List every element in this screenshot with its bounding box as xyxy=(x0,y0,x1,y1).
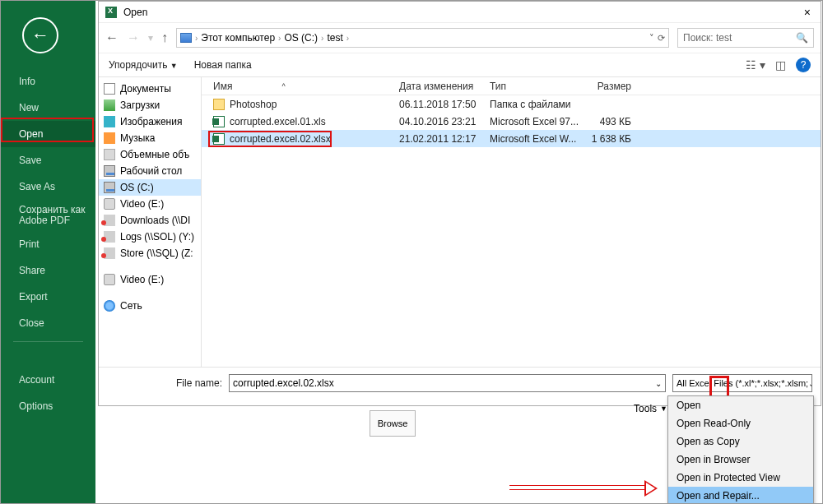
dl-icon xyxy=(104,99,115,111)
file-row[interactable]: corrupted.excel.02.xlsx21.02.2011 12:17M… xyxy=(202,130,821,147)
netdrv-icon xyxy=(104,215,115,226)
img-icon xyxy=(104,116,115,127)
col-name[interactable]: Имя xyxy=(213,81,232,92)
backstage-sidebar: ← InfoNewOpenSaveSave AsСохранить как Ad… xyxy=(1,1,95,504)
file-size: 493 КБ xyxy=(580,116,638,127)
tree-item[interactable]: Документы xyxy=(99,81,201,97)
tree-item[interactable]: Downloads (\\DI xyxy=(99,212,201,229)
open-menu-item[interactable]: Open in Protected View xyxy=(668,469,813,487)
preview-pane-toggle-icon[interactable]: ◫ xyxy=(775,58,786,72)
breadcrumb-segment[interactable]: Этот компьютер xyxy=(201,32,275,44)
tree-item-label: Logs (\\SOL) (Y:) xyxy=(120,231,194,243)
dialog-title: Open xyxy=(123,7,147,18)
breadcrumb-history-dropdown-icon[interactable]: ˅ xyxy=(649,33,654,44)
nav-back-icon[interactable]: ← xyxy=(105,30,119,45)
filename-value: corrupted.excel.02.xlsx xyxy=(233,377,334,389)
file-name: corrupted.excel.02.xlsx xyxy=(230,133,331,145)
refresh-icon[interactable]: ⟳ xyxy=(658,33,665,44)
backstage-item-save[interactable]: Save xyxy=(1,147,95,173)
chevron-right-icon: › xyxy=(346,34,349,43)
col-type[interactable]: Тип xyxy=(490,81,580,92)
open-menu-item[interactable]: Open in Browser xyxy=(668,451,813,469)
back-circle-button[interactable]: ← xyxy=(22,17,58,53)
open-menu-item[interactable]: Open Read-Only xyxy=(668,414,813,432)
file-size: 1 638 КБ xyxy=(580,133,638,145)
folder-tree[interactable]: ДокументыЗагрузкиИзображенияМузыкаОбъемн… xyxy=(99,77,202,367)
drive-icon xyxy=(104,198,115,210)
tree-item[interactable]: Рабочий стол xyxy=(99,163,201,179)
filter-dropdown-icon: ⌄ xyxy=(808,379,812,388)
file-type-filter[interactable]: All Excel Files (*.xl*;*.xlsx;*.xlsm; ⌄ xyxy=(672,374,812,392)
file-list-header[interactable]: Имя^ Дата изменения Тип Размер xyxy=(202,77,821,95)
open-dialog: Open × ← → ▾ ↑ › Этот компьютер › OS (C:… xyxy=(98,1,821,406)
backstage-item-print[interactable]: Print xyxy=(1,231,95,257)
file-date: 21.02.2011 12:17 xyxy=(399,133,490,145)
tree-item[interactable]: Изображения xyxy=(99,113,201,130)
chevron-right-icon: › xyxy=(321,34,323,43)
nav-up-icon[interactable]: ↑ xyxy=(161,30,168,45)
tree-item-label: Video (E:) xyxy=(120,274,164,285)
nav-recent-dropdown-icon[interactable]: ▾ xyxy=(148,32,153,44)
tree-item[interactable]: Сеть xyxy=(99,298,201,314)
backstage-item-save-as[interactable]: Save As xyxy=(1,173,95,200)
excel-app-icon xyxy=(105,7,117,18)
open-menu-item[interactable]: Open xyxy=(668,396,813,414)
file-row[interactable]: corrupted.excel.01.xls04.10.2016 23:21Mi… xyxy=(202,113,821,130)
tree-item[interactable]: Video (E:) xyxy=(99,196,201,212)
organize-dropdown[interactable]: Упорядочить ▼ xyxy=(109,59,178,71)
tree-item[interactable]: OS (C:) xyxy=(99,179,201,196)
tools-dropdown[interactable]: Tools▼ xyxy=(634,403,667,414)
tree-item[interactable]: Store (\\SQL) (Z: xyxy=(99,245,201,261)
music-icon xyxy=(104,132,115,144)
computer-icon xyxy=(180,33,192,43)
backstage-item-account[interactable]: Account xyxy=(1,367,95,393)
backstage-item-share[interactable]: Share xyxy=(1,257,95,284)
tree-item-label: Рабочий стол xyxy=(120,165,182,177)
search-input[interactable]: Поиск: test 🔍 xyxy=(677,28,814,48)
breadcrumb-segment[interactable]: test xyxy=(327,32,342,44)
backstage-item-info[interactable]: Info xyxy=(1,68,95,95)
breadcrumb-address-bar[interactable]: › Этот компьютер › OS (C:) › test › ˅ ⟳ xyxy=(176,28,669,48)
chevron-right-icon: › xyxy=(195,34,198,43)
disk-icon xyxy=(104,165,115,177)
netdrv-icon xyxy=(104,231,115,243)
tree-item[interactable]: Объемные объ xyxy=(99,146,201,163)
backstage-item-open[interactable]: Open xyxy=(1,121,95,147)
tree-item-label: Сеть xyxy=(120,300,142,312)
tree-item-label: Загрузки xyxy=(120,99,160,111)
help-icon[interactable]: ? xyxy=(796,58,811,72)
tree-item[interactable]: Загрузки xyxy=(99,97,201,113)
backstage-item-export[interactable]: Export xyxy=(1,284,95,310)
tree-item[interactable]: Logs (\\SOL) (Y:) xyxy=(99,229,201,245)
open-options-menu: OpenOpen Read-OnlyOpen as CopyOpen in Br… xyxy=(667,395,814,504)
file-row[interactable]: Photoshop06.11.2018 17:50Папка с файлами xyxy=(202,95,821,113)
open-menu-item[interactable]: Open and Repair... xyxy=(668,487,813,504)
tree-item-label: Изображения xyxy=(120,116,182,127)
backstage-item-new[interactable]: New xyxy=(1,95,95,121)
open-menu-item[interactable]: Open as Copy xyxy=(668,432,813,451)
file-type: Папка с файлами xyxy=(490,99,580,110)
tree-item[interactable]: Музыка xyxy=(99,130,201,146)
file-name: Photoshop xyxy=(230,99,277,110)
annotation-arrow-icon xyxy=(509,483,658,494)
disk-icon xyxy=(104,182,115,193)
filename-dropdown-icon[interactable]: ⌄ xyxy=(655,379,662,388)
search-placeholder: Поиск: test xyxy=(683,32,732,44)
tree-item[interactable]: Video (E:) xyxy=(99,271,201,288)
drive-icon xyxy=(104,274,115,285)
col-date[interactable]: Дата изменения xyxy=(399,81,490,92)
col-size[interactable]: Размер xyxy=(580,81,638,92)
new-folder-button[interactable]: Новая папка xyxy=(194,59,252,71)
file-name: corrupted.excel.01.xls xyxy=(230,116,326,127)
tree-item-label: Downloads (\\DI xyxy=(120,215,190,226)
filename-input[interactable]: corrupted.excel.02.xlsx ⌄ xyxy=(229,374,666,392)
backstage-item-options[interactable]: Options xyxy=(1,393,95,419)
file-date: 06.11.2018 17:50 xyxy=(399,99,490,110)
nav-forward-icon[interactable]: → xyxy=(127,30,140,45)
backstage-item-close[interactable]: Close xyxy=(1,310,95,336)
dialog-close-button[interactable]: × xyxy=(797,6,817,19)
view-mode-dropdown-icon[interactable]: ☷ ▾ xyxy=(746,58,765,72)
breadcrumb-segment[interactable]: OS (C:) xyxy=(284,32,318,44)
doc-icon xyxy=(104,83,115,95)
backstage-item--adobe-pdf[interactable]: Сохранить как Adobe PDF xyxy=(1,200,95,231)
